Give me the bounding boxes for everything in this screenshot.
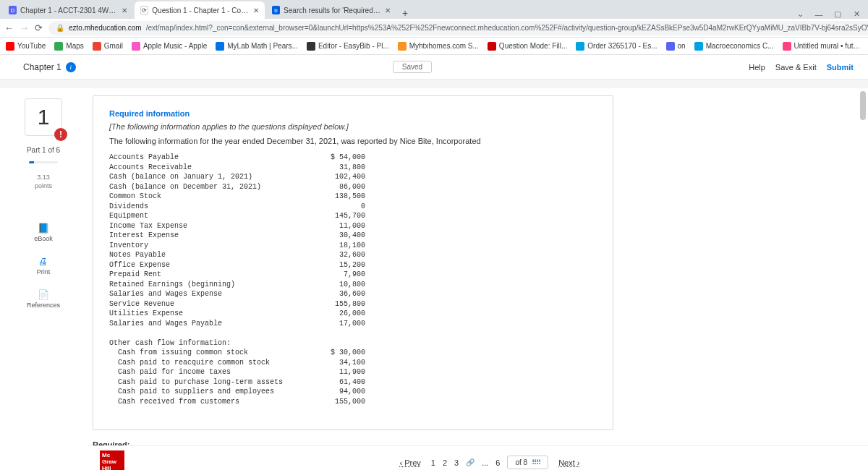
close-icon[interactable]: ✕	[385, 7, 391, 14]
close-icon[interactable]: ✕	[253, 7, 259, 14]
progress-bar	[29, 161, 58, 163]
page-1[interactable]: 1	[431, 458, 435, 467]
save-exit-link[interactable]: Save & Exit	[775, 63, 817, 72]
part-label: Part 1 of 6	[27, 146, 60, 154]
question-sidebar: 1 ! Part 1 of 6 3.13points 📘 eBook 🖨 Pri…	[0, 88, 87, 470]
next-button[interactable]: Next ›	[558, 458, 579, 467]
page-2[interactable]: 2	[443, 458, 447, 467]
question-main: Required information [The following info…	[87, 88, 868, 470]
points-label: 3.13points	[35, 174, 52, 190]
close-icon[interactable]: ✕	[122, 7, 127, 14]
bookmark-mylab[interactable]: MyLab Math | Pears...	[216, 42, 298, 51]
tab-favicon: b	[272, 6, 280, 14]
submit-link[interactable]: Submit	[827, 63, 854, 72]
tab-title: Chapter 1 - ACCT-2301 4W21 14	[20, 7, 118, 14]
question-intro: The following information for the year e…	[109, 137, 597, 145]
bookmark-myhtx[interactable]: Myhtxhomes.com S...	[398, 42, 479, 51]
new-tab-button[interactable]: +	[398, 7, 412, 19]
mcgraw-hill-logo: McGrawHill	[100, 450, 124, 471]
bookmark-macro[interactable]: Macroeconomics C...	[694, 42, 774, 51]
pager-numbers: 1 2 3 🔗 ... 6 of 8 ⠿⠿	[431, 456, 548, 469]
tab-title: Search results for 'Required infor	[284, 7, 381, 14]
financial-data-block: Accounts Payable $ 54,000 Accounts Recei…	[109, 153, 597, 406]
page-ellipsis: ...	[482, 458, 488, 467]
bookmark-youtube[interactable]: YouTube	[6, 42, 46, 51]
print-tool[interactable]: 🖨 Print	[37, 255, 51, 275]
browser-tab-strip: D Chapter 1 - ACCT-2301 4W21 14 ✕ ⟳ Ques…	[0, 0, 868, 19]
prev-button[interactable]: ‹ Prev	[399, 458, 420, 467]
page-6[interactable]: 6	[495, 458, 500, 467]
window-close-icon[interactable]: ✕	[849, 9, 864, 19]
scrollbar[interactable]	[859, 88, 867, 470]
question-card: Required information [The following info…	[93, 95, 613, 430]
alert-icon: !	[54, 128, 67, 141]
saved-indicator: Saved	[393, 61, 432, 73]
maximize-icon[interactable]: ▢	[830, 9, 845, 19]
chevron-down-icon[interactable]: ⌄	[793, 9, 807, 19]
reload-icon[interactable]: ⟳	[35, 22, 43, 33]
minimize-icon[interactable]: —	[812, 10, 826, 19]
bookmark-question-mode[interactable]: Question Mode: Fill...	[488, 42, 567, 51]
bookmark-on[interactable]: on	[666, 42, 686, 51]
bookmark-gmail[interactable]: Gmail	[93, 42, 123, 51]
required-info-sub: [The following information applies to th…	[109, 122, 597, 131]
page-count[interactable]: of 8 ⠿⠿	[507, 456, 548, 469]
references-tool[interactable]: 📄 References	[27, 289, 60, 309]
work-area: 1 ! Part 1 of 6 3.13points 📘 eBook 🖨 Pri…	[0, 88, 868, 470]
browser-tab-3[interactable]: b Search results for 'Required infor ✕	[266, 1, 396, 19]
bookmarks-bar: YouTube Maps Gmail Apple Music - Apple M…	[0, 38, 868, 55]
chapter-title: Chapter 1 i	[23, 62, 76, 72]
tab-title: Question 1 - Chapter 1 - Connec	[152, 7, 250, 14]
lock-icon: 🔒	[56, 24, 64, 32]
forward-icon[interactable]: →	[20, 22, 29, 33]
required-info-heading: Required information	[109, 109, 597, 118]
url-path: /ext/map/index.html?_con=con&external_br…	[146, 24, 868, 32]
question-footer: McGrawHill ‹ Prev 1 2 3 🔗 ... 6 of 8 ⠿⠿	[87, 445, 868, 470]
app-header: Chapter 1 i Saved Help Save & Exit Submi…	[0, 55, 868, 80]
info-icon[interactable]: i	[66, 62, 76, 72]
help-link[interactable]: Help	[749, 63, 765, 72]
bookmark-order[interactable]: Order 3265170 - Es...	[576, 42, 657, 51]
question-number: 1 !	[25, 98, 62, 136]
url-input[interactable]: 🔒 ezto.mheducation.com/ext/map/index.htm…	[48, 21, 868, 35]
back-icon[interactable]: ←	[4, 22, 14, 33]
bookmark-mural[interactable]: Untitled mural • fut...	[783, 42, 859, 51]
references-icon: 📄	[38, 289, 49, 300]
bookmark-apple-music[interactable]: Apple Music - Apple	[132, 42, 207, 51]
tab-favicon: ⟳	[140, 6, 148, 14]
link-icon: 🔗	[466, 458, 475, 466]
address-bar-row: ← → ⟳ 🔒 ezto.mheducation.com/ext/map/ind…	[0, 19, 868, 38]
page-3[interactable]: 3	[454, 458, 459, 467]
bookmark-easybib[interactable]: Editor - EasyBib - Pl...	[307, 42, 389, 51]
pager: ‹ Prev 1 2 3 🔗 ... 6 of 8 ⠿⠿ Next ›	[399, 456, 579, 469]
ebook-icon: 📘	[38, 222, 49, 234]
tab-favicon: D	[9, 6, 17, 14]
ebook-tool[interactable]: 📘 eBook	[34, 222, 53, 242]
grid-icon: ⠿⠿	[532, 458, 540, 466]
bookmark-maps[interactable]: Maps	[54, 42, 83, 51]
browser-tab-1[interactable]: D Chapter 1 - ACCT-2301 4W21 14 ✕	[3, 1, 133, 19]
url-host: ezto.mheducation.com	[69, 24, 142, 32]
print-icon: 🖨	[38, 255, 49, 267]
browser-tab-2-active[interactable]: ⟳ Question 1 - Chapter 1 - Connec ✕	[135, 1, 265, 19]
